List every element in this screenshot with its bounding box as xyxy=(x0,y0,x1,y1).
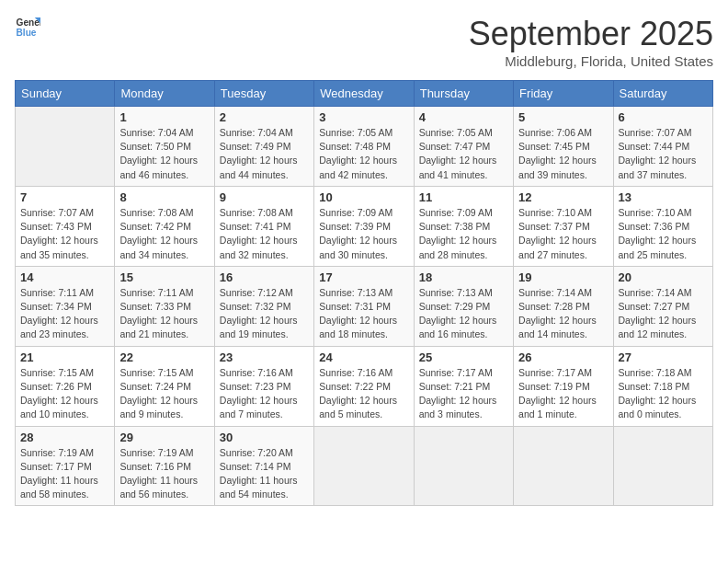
day-number: 23 xyxy=(220,350,309,364)
day-info: Sunrise: 7:13 AM Sunset: 7:29 PM Dayligh… xyxy=(419,286,508,342)
day-number: 25 xyxy=(419,350,508,364)
day-info: Sunrise: 7:13 AM Sunset: 7:31 PM Dayligh… xyxy=(319,286,408,342)
calendar-cell: 4Sunrise: 7:05 AM Sunset: 7:47 PM Daylig… xyxy=(414,107,513,187)
location-subtitle: Middleburg, Florida, United States xyxy=(469,53,713,69)
calendar-week-row: 21Sunrise: 7:15 AM Sunset: 7:26 PM Dayli… xyxy=(16,346,713,426)
day-info: Sunrise: 7:09 AM Sunset: 7:39 PM Dayligh… xyxy=(319,206,408,262)
day-number: 28 xyxy=(20,431,109,444)
day-info: Sunrise: 7:16 AM Sunset: 7:22 PM Dayligh… xyxy=(319,366,408,422)
calendar-week-row: 1Sunrise: 7:04 AM Sunset: 7:50 PM Daylig… xyxy=(16,107,713,187)
calendar-cell: 27Sunrise: 7:18 AM Sunset: 7:18 PM Dayli… xyxy=(613,346,712,426)
day-of-week-header: Tuesday xyxy=(214,81,313,107)
day-info: Sunrise: 7:11 AM Sunset: 7:33 PM Dayligh… xyxy=(119,286,209,342)
calendar-cell xyxy=(314,426,414,506)
day-info: Sunrise: 7:14 AM Sunset: 7:28 PM Dayligh… xyxy=(518,286,608,342)
calendar-cell: 23Sunrise: 7:16 AM Sunset: 7:23 PM Dayli… xyxy=(214,346,313,426)
day-number: 14 xyxy=(20,270,109,284)
day-number: 2 xyxy=(220,110,309,124)
calendar-cell xyxy=(414,426,513,506)
day-number: 26 xyxy=(518,350,608,364)
day-number: 7 xyxy=(20,190,109,204)
day-info: Sunrise: 7:09 AM Sunset: 7:38 PM Dayligh… xyxy=(419,206,508,262)
day-info: Sunrise: 7:05 AM Sunset: 7:47 PM Dayligh… xyxy=(419,126,508,182)
day-number: 10 xyxy=(319,190,408,204)
calendar-cell: 26Sunrise: 7:17 AM Sunset: 7:19 PM Dayli… xyxy=(514,346,613,426)
day-info: Sunrise: 7:12 AM Sunset: 7:32 PM Dayligh… xyxy=(220,286,309,342)
day-number: 1 xyxy=(119,110,209,124)
day-number: 24 xyxy=(319,350,408,364)
day-info: Sunrise: 7:16 AM Sunset: 7:23 PM Dayligh… xyxy=(220,366,309,422)
day-number: 21 xyxy=(20,350,109,364)
calendar-cell xyxy=(16,107,115,187)
day-info: Sunrise: 7:17 AM Sunset: 7:19 PM Dayligh… xyxy=(518,366,608,422)
calendar-cell: 24Sunrise: 7:16 AM Sunset: 7:22 PM Dayli… xyxy=(314,346,414,426)
day-info: Sunrise: 7:11 AM Sunset: 7:34 PM Dayligh… xyxy=(20,286,109,342)
calendar-cell: 5Sunrise: 7:06 AM Sunset: 7:45 PM Daylig… xyxy=(514,107,613,187)
calendar-cell: 8Sunrise: 7:08 AM Sunset: 7:42 PM Daylig… xyxy=(115,186,214,266)
calendar-table: SundayMondayTuesdayWednesdayThursdayFrid… xyxy=(15,80,713,506)
calendar-cell: 21Sunrise: 7:15 AM Sunset: 7:26 PM Dayli… xyxy=(16,346,115,426)
day-of-week-header: Wednesday xyxy=(314,81,414,107)
calendar-cell: 25Sunrise: 7:17 AM Sunset: 7:21 PM Dayli… xyxy=(414,346,513,426)
day-info: Sunrise: 7:20 AM Sunset: 7:14 PM Dayligh… xyxy=(220,446,309,502)
day-of-week-header: Sunday xyxy=(16,81,115,107)
day-number: 22 xyxy=(119,350,209,364)
calendar-cell: 7Sunrise: 7:07 AM Sunset: 7:43 PM Daylig… xyxy=(16,186,115,266)
day-number: 8 xyxy=(119,190,209,204)
calendar-cell: 30Sunrise: 7:20 AM Sunset: 7:14 PM Dayli… xyxy=(214,426,313,506)
page-header: General Blue September 2025 Middleburg, … xyxy=(15,15,713,69)
day-number: 9 xyxy=(220,190,309,204)
day-info: Sunrise: 7:15 AM Sunset: 7:24 PM Dayligh… xyxy=(119,366,209,422)
calendar-cell: 2Sunrise: 7:04 AM Sunset: 7:49 PM Daylig… xyxy=(214,107,313,187)
day-number: 27 xyxy=(619,350,708,364)
day-number: 12 xyxy=(518,190,608,204)
day-number: 20 xyxy=(619,270,708,284)
day-info: Sunrise: 7:07 AM Sunset: 7:44 PM Dayligh… xyxy=(619,126,708,182)
calendar-cell: 15Sunrise: 7:11 AM Sunset: 7:33 PM Dayli… xyxy=(115,266,214,346)
calendar-week-row: 7Sunrise: 7:07 AM Sunset: 7:43 PM Daylig… xyxy=(16,186,713,266)
day-info: Sunrise: 7:06 AM Sunset: 7:45 PM Dayligh… xyxy=(518,126,608,182)
day-number: 30 xyxy=(220,431,309,444)
day-info: Sunrise: 7:17 AM Sunset: 7:21 PM Dayligh… xyxy=(419,366,508,422)
calendar-cell: 16Sunrise: 7:12 AM Sunset: 7:32 PM Dayli… xyxy=(214,266,313,346)
logo: General Blue xyxy=(15,15,40,40)
day-info: Sunrise: 7:05 AM Sunset: 7:48 PM Dayligh… xyxy=(319,126,408,182)
day-number: 13 xyxy=(619,190,708,204)
day-info: Sunrise: 7:19 AM Sunset: 7:17 PM Dayligh… xyxy=(20,446,109,502)
svg-text:Blue: Blue xyxy=(17,28,37,38)
calendar-cell: 28Sunrise: 7:19 AM Sunset: 7:17 PM Dayli… xyxy=(16,426,115,506)
day-number: 11 xyxy=(419,190,508,204)
day-info: Sunrise: 7:19 AM Sunset: 7:16 PM Dayligh… xyxy=(119,446,209,502)
day-number: 5 xyxy=(518,110,608,124)
day-number: 4 xyxy=(419,110,508,124)
day-info: Sunrise: 7:14 AM Sunset: 7:27 PM Dayligh… xyxy=(619,286,708,342)
calendar-cell: 22Sunrise: 7:15 AM Sunset: 7:24 PM Dayli… xyxy=(115,346,214,426)
day-number: 6 xyxy=(619,110,708,124)
day-of-week-header: Friday xyxy=(514,81,613,107)
calendar-cell: 12Sunrise: 7:10 AM Sunset: 7:37 PM Dayli… xyxy=(514,186,613,266)
day-info: Sunrise: 7:10 AM Sunset: 7:36 PM Dayligh… xyxy=(619,206,708,262)
calendar-cell xyxy=(613,426,712,506)
day-of-week-header: Thursday xyxy=(414,81,513,107)
month-title: September 2025 xyxy=(469,15,713,53)
day-info: Sunrise: 7:08 AM Sunset: 7:41 PM Dayligh… xyxy=(220,206,309,262)
calendar-cell: 18Sunrise: 7:13 AM Sunset: 7:29 PM Dayli… xyxy=(414,266,513,346)
calendar-cell: 14Sunrise: 7:11 AM Sunset: 7:34 PM Dayli… xyxy=(16,266,115,346)
day-number: 19 xyxy=(518,270,608,284)
calendar-cell: 13Sunrise: 7:10 AM Sunset: 7:36 PM Dayli… xyxy=(613,186,712,266)
calendar-cell: 10Sunrise: 7:09 AM Sunset: 7:39 PM Dayli… xyxy=(314,186,414,266)
day-of-week-header: Monday xyxy=(115,81,214,107)
day-number: 18 xyxy=(419,270,508,284)
day-of-week-header: Saturday xyxy=(613,81,712,107)
logo-icon: General Blue xyxy=(15,15,40,40)
calendar-cell: 29Sunrise: 7:19 AM Sunset: 7:16 PM Dayli… xyxy=(115,426,214,506)
day-info: Sunrise: 7:08 AM Sunset: 7:42 PM Dayligh… xyxy=(119,206,209,262)
day-number: 3 xyxy=(319,110,408,124)
day-number: 16 xyxy=(220,270,309,284)
calendar-week-row: 14Sunrise: 7:11 AM Sunset: 7:34 PM Dayli… xyxy=(16,266,713,346)
day-info: Sunrise: 7:15 AM Sunset: 7:26 PM Dayligh… xyxy=(20,366,109,422)
calendar-cell: 19Sunrise: 7:14 AM Sunset: 7:28 PM Dayli… xyxy=(514,266,613,346)
calendar-cell: 17Sunrise: 7:13 AM Sunset: 7:31 PM Dayli… xyxy=(314,266,414,346)
day-number: 29 xyxy=(119,431,209,444)
calendar-cell: 1Sunrise: 7:04 AM Sunset: 7:50 PM Daylig… xyxy=(115,107,214,187)
